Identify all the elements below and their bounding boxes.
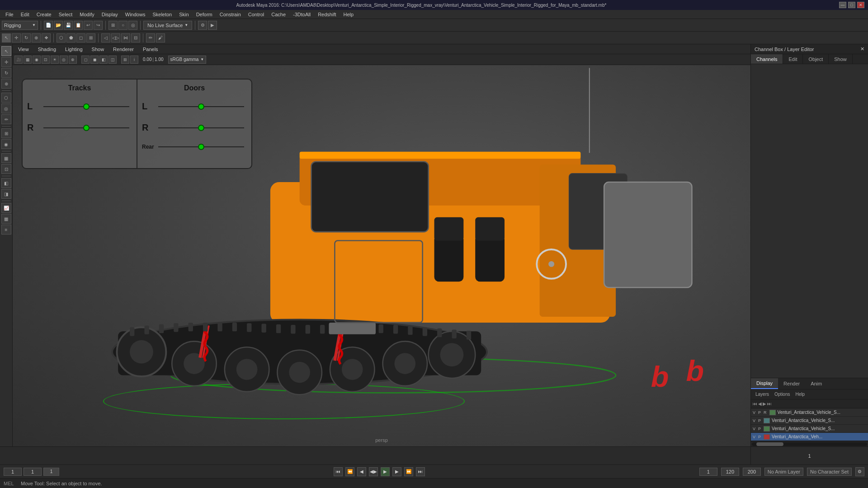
- vp-menu-shading[interactable]: Shading: [36, 44, 58, 54]
- menu-skin[interactable]: Skin: [175, 10, 192, 19]
- layers-menu[interactable]: Layers: [754, 392, 771, 397]
- menu-display[interactable]: Display: [98, 10, 122, 19]
- merge-btn[interactable]: ◁▷: [111, 33, 120, 42]
- play-back-btn[interactable]: ◀▶: [369, 467, 378, 476]
- tab-show[interactable]: Show: [829, 54, 853, 64]
- vp-grid-btn[interactable]: ⊞: [121, 56, 129, 64]
- tracks-L-knob[interactable]: [83, 103, 90, 110]
- scrollbar-track[interactable]: [752, 442, 867, 446]
- goto-end-btn[interactable]: ⏭: [416, 467, 425, 476]
- tab-render[interactable]: Render: [778, 378, 805, 389]
- undo-btn[interactable]: ↩: [84, 21, 93, 30]
- options-menu[interactable]: Options: [773, 392, 792, 397]
- doors-R-knob[interactable]: [198, 125, 204, 131]
- vp-menu-view[interactable]: View: [16, 44, 31, 54]
- vp-menu-panels[interactable]: Panels: [141, 44, 160, 54]
- playback-start-input[interactable]: [24, 468, 42, 476]
- tab-channels[interactable]: Channels: [751, 54, 783, 64]
- paint-effects-btn[interactable]: ✏: [146, 33, 155, 42]
- minimize-button[interactable]: —: [839, 2, 846, 8]
- vp-menu-lighting[interactable]: Lighting: [63, 44, 85, 54]
- layer-row-1[interactable]: V P R Venturi_Antarctica_Vehicle_S...: [751, 408, 868, 417]
- menu-redshift[interactable]: Redshift: [314, 10, 340, 19]
- select-mode-btn[interactable]: ↖: [1, 46, 11, 56]
- vp-flat-btn[interactable]: ◧: [99, 56, 108, 64]
- insert-edgeloop-btn[interactable]: ⊟: [131, 33, 140, 42]
- show-manip-btn[interactable]: ⊞: [1, 128, 11, 138]
- open-btn[interactable]: 📂: [54, 21, 63, 30]
- timeline-ruler[interactable]: 15 20 25 30 35 40 45 50 55 60: [0, 447, 750, 465]
- rotate-tool-btn[interactable]: ↻: [22, 33, 31, 42]
- menu-control[interactable]: Control: [245, 10, 268, 19]
- sculpt-left-btn[interactable]: ◎: [1, 103, 11, 113]
- proportional-btn[interactable]: ⬟: [66, 33, 75, 42]
- menu-cache[interactable]: Cache: [268, 10, 289, 19]
- vp-camera-btn[interactable]: 🎥: [14, 56, 23, 64]
- vp-headup-btn[interactable]: i: [130, 56, 138, 64]
- sculpt-btn[interactable]: 🖌: [156, 33, 165, 42]
- anim-layer-dropdown[interactable]: No Anim Layer: [764, 468, 803, 476]
- render-btn[interactable]: ▶: [208, 21, 217, 30]
- move-mode-btn[interactable]: ✛: [1, 57, 11, 67]
- universal-tool-btn[interactable]: ❖: [42, 33, 51, 42]
- frame-display[interactable]: 1: [43, 468, 59, 476]
- goto-start-btn[interactable]: ⏮: [334, 467, 343, 476]
- select-btn[interactable]: ⊞: [108, 21, 118, 30]
- new-scene-btn[interactable]: 📄: [44, 21, 53, 30]
- menu-help[interactable]: Help: [340, 10, 358, 19]
- move-tool-btn[interactable]: ✛: [12, 33, 21, 42]
- ipr-render-btn[interactable]: ◨: [1, 189, 11, 199]
- soft-select-btn[interactable]: ⬡: [57, 33, 66, 42]
- layer-row-2[interactable]: V P Venturi_Antarctica_Vehicle_S...: [751, 417, 868, 425]
- tab-display[interactable]: Display: [751, 378, 778, 389]
- menu-deform[interactable]: Deform: [193, 10, 216, 19]
- play-fwd-btn[interactable]: ▶: [381, 467, 390, 476]
- vp-menu-show[interactable]: Show: [90, 44, 106, 54]
- layer-nav-first[interactable]: ⏮: [753, 401, 757, 406]
- tab-edit[interactable]: Edit: [783, 54, 803, 64]
- menu-windows[interactable]: Windows: [122, 10, 149, 19]
- vp-xray-btn[interactable]: ⊕: [69, 56, 77, 64]
- tab-anim[interactable]: Anim: [805, 378, 827, 389]
- right-panel-close[interactable]: ✕: [860, 46, 864, 52]
- select-tool-btn[interactable]: ↖: [2, 33, 11, 42]
- grid-toggle-btn[interactable]: ⊡: [1, 164, 11, 174]
- step-fwd-btn[interactable]: ⏩: [404, 467, 413, 476]
- maximize-button[interactable]: □: [848, 2, 855, 8]
- prev-frame-btn[interactable]: ◀: [357, 467, 366, 476]
- range-end-input[interactable]: [721, 468, 739, 476]
- vp-bb-btn[interactable]: ◻: [81, 56, 90, 64]
- vp-shadow-btn[interactable]: ◎: [60, 56, 68, 64]
- close-button[interactable]: ✕: [857, 2, 864, 8]
- doors-L-knob[interactable]: [198, 103, 204, 110]
- step-back-btn[interactable]: ⏪: [345, 467, 354, 476]
- char-set-options-btn[interactable]: ⚙: [855, 467, 864, 476]
- tracks-R-knob[interactable]: [83, 125, 90, 131]
- vp-wire-shade-btn[interactable]: ◫: [108, 56, 117, 64]
- help-menu[interactable]: Help: [793, 392, 807, 397]
- dope-sheet-btn[interactable]: ▦: [1, 214, 11, 224]
- range-start-input[interactable]: [699, 468, 717, 476]
- doors-R-track[interactable]: [158, 127, 244, 128]
- graph-editor-btn[interactable]: 📈: [1, 203, 11, 213]
- vp-menu-renderer[interactable]: Renderer: [111, 44, 136, 54]
- anim-end-input[interactable]: [743, 468, 761, 476]
- lasso-btn[interactable]: ○: [118, 21, 127, 30]
- layer-row-4[interactable]: V P Venturi_Antarctica_Veh...: [751, 433, 868, 441]
- layer-nav-prev[interactable]: ◀: [758, 401, 762, 406]
- next-frame-btn[interactable]: ▶: [392, 467, 401, 476]
- layer-nav-next[interactable]: ▶: [763, 401, 766, 406]
- doors-L-track[interactable]: [158, 106, 244, 107]
- right-panel-scrollbar[interactable]: [751, 441, 868, 446]
- window-controls[interactable]: — □ ✕: [839, 2, 864, 8]
- current-frame-input[interactable]: [4, 468, 22, 476]
- rotate-mode-btn[interactable]: ↻: [1, 68, 11, 78]
- menu-skeleton[interactable]: Skeleton: [149, 10, 175, 19]
- tracks-R-track[interactable]: [43, 127, 129, 128]
- quick-layout-btn[interactable]: ▦: [1, 153, 11, 163]
- no-live-surface-dropdown[interactable]: No Live Surface ▼: [143, 21, 192, 30]
- paint-left-btn[interactable]: ✏: [1, 114, 11, 124]
- scrollbar-thumb[interactable]: [756, 442, 783, 446]
- menu-select[interactable]: Select: [55, 10, 76, 19]
- scale-mode-btn[interactable]: ⊕: [1, 79, 11, 89]
